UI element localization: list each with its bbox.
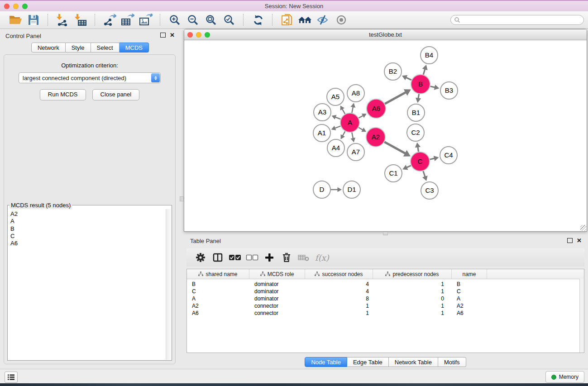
table-row[interactable]: Bdominator41B <box>187 281 584 288</box>
column-header-MCDS-role[interactable]: MCDS role <box>249 269 305 279</box>
table-row[interactable]: Cdominator41C <box>187 288 584 295</box>
tab-network[interactable]: Network <box>31 43 66 52</box>
edge-C-C3[interactable] <box>423 171 425 177</box>
edge-A-A8[interactable] <box>352 107 353 113</box>
close-table-panel-icon[interactable]: ✕ <box>577 238 582 243</box>
table-row[interactable]: A6connector11A6 <box>187 310 584 317</box>
optimization-criterion-select[interactable]: largest connected component (directed) <box>19 72 161 83</box>
delete-column-icon[interactable] <box>280 250 293 265</box>
result-scrollbar[interactable] <box>166 209 171 360</box>
result-list-item[interactable]: C <box>10 233 166 240</box>
edge-A-A2[interactable] <box>359 128 363 130</box>
export-network-icon[interactable] <box>102 13 117 27</box>
graph-node-C1[interactable]: C1 <box>385 165 402 182</box>
edge-A-A5[interactable] <box>342 109 345 114</box>
float-panel-icon[interactable] <box>160 33 166 38</box>
task-history-button[interactable] <box>5 372 18 383</box>
graph-node-B4[interactable]: B4 <box>421 47 438 64</box>
edge-B-B4[interactable] <box>423 69 425 74</box>
close-panel-icon[interactable]: ✕ <box>170 33 175 38</box>
tab-motifs[interactable]: Motifs <box>438 357 466 367</box>
export-table-icon[interactable] <box>120 13 135 27</box>
graph-node-A5[interactable]: A5 <box>327 88 344 105</box>
graph-node-C[interactable]: C <box>411 152 430 171</box>
split-columns-icon[interactable] <box>211 250 225 265</box>
home-icon[interactable] <box>297 13 313 27</box>
graph-node-C4[interactable]: C4 <box>440 147 457 164</box>
canvas-vscroll-thumb[interactable] <box>180 196 184 201</box>
edge-B-B3[interactable] <box>430 86 435 87</box>
column-header-shared-name[interactable]: shared name <box>187 269 249 279</box>
export-image-icon[interactable] <box>138 13 153 27</box>
column-header-predecessor-nodes[interactable]: predecessor nodes <box>373 269 452 279</box>
import-network-icon[interactable] <box>55 13 70 27</box>
zoom-out-icon[interactable] <box>185 13 201 27</box>
graph-node-B[interactable]: B <box>411 75 430 94</box>
edge-A-A1[interactable] <box>335 126 341 129</box>
memory-button[interactable]: Memory <box>545 371 584 383</box>
edge-A-A7[interactable] <box>352 133 353 139</box>
run-mcds-button[interactable]: Run MCDS <box>40 89 86 100</box>
result-list-item[interactable]: A <box>10 218 166 225</box>
tab-select[interactable]: Select <box>91 43 120 52</box>
network-canvas[interactable]: B4B2BB3A5A8A6A3AB1A1A2C2A4A7C4CC1C3DD1 <box>184 40 587 231</box>
search-input[interactable] <box>450 15 584 25</box>
graph-node-B2[interactable]: B2 <box>384 63 402 80</box>
graph-node-A6[interactable]: A6 <box>367 99 386 118</box>
table-row[interactable]: A2connector11A2 <box>187 302 584 310</box>
edge-B-B2[interactable] <box>406 77 411 80</box>
add-column-icon[interactable] <box>263 250 276 265</box>
new-network-from-file-icon[interactable] <box>279 13 295 27</box>
graph-node-A7[interactable]: A7 <box>347 143 364 161</box>
function-builder-icon[interactable]: f(x) <box>315 253 329 262</box>
save-icon[interactable] <box>26 13 41 27</box>
graph-node-A2[interactable]: A2 <box>366 128 385 147</box>
tab-mcds[interactable]: MCDS <box>120 43 149 52</box>
graph-node-A8[interactable]: A8 <box>347 85 364 102</box>
graph-node-C3[interactable]: C3 <box>421 182 438 199</box>
resize-grip[interactable] <box>580 225 586 231</box>
graph-node-B1[interactable]: B1 <box>407 104 425 121</box>
edge-A6-B[interactable] <box>385 92 406 104</box>
table-row[interactable]: Adominator80A <box>187 295 584 302</box>
graph-node-C2[interactable]: C2 <box>407 124 424 141</box>
zoom-selected-icon[interactable] <box>221 13 237 27</box>
graph-node-A1[interactable]: A1 <box>313 124 330 142</box>
zoom-fit-icon[interactable] <box>203 13 219 27</box>
graph-node-A4[interactable]: A4 <box>327 139 344 157</box>
refresh-icon[interactable] <box>250 13 266 27</box>
deselect-all-checkboxes-icon[interactable] <box>245 250 259 265</box>
column-header-successor-nodes[interactable]: successor nodes <box>305 269 373 279</box>
edge-B-B1[interactable] <box>418 94 419 99</box>
tab-style[interactable]: Style <box>66 43 91 52</box>
select-all-checkboxes-icon[interactable] <box>228 250 242 265</box>
graph-node-D1[interactable]: D1 <box>343 181 360 198</box>
result-list-item[interactable]: A2 <box>10 210 166 218</box>
result-list-item[interactable]: A6 <box>10 240 166 247</box>
hide-selected-icon[interactable] <box>316 13 331 27</box>
open-icon[interactable] <box>8 13 23 27</box>
delete-table-icon[interactable] <box>297 250 311 265</box>
edge-A-A6[interactable] <box>359 115 363 118</box>
graph-node-A[interactable]: A <box>340 113 359 132</box>
zoom-in-icon[interactable] <box>167 13 182 27</box>
float-table-panel-icon[interactable] <box>567 238 573 243</box>
import-table-icon[interactable] <box>73 13 88 27</box>
column-header-name[interactable]: name <box>452 269 487 279</box>
tab-node-table[interactable]: Node Table <box>305 357 347 367</box>
network-window-titlebar[interactable]: testGlobe.txt <box>184 29 587 40</box>
edge-A-A4[interactable] <box>343 131 345 136</box>
tab-edge-table[interactable]: Edge Table <box>347 357 389 367</box>
edge-A2-C[interactable] <box>384 142 405 154</box>
close-panel-button[interactable]: Close panel <box>92 89 140 100</box>
table-scrollbar[interactable] <box>579 279 584 353</box>
tab-network-table[interactable]: Network Table <box>389 357 438 367</box>
graph-node-B3[interactable]: B3 <box>440 82 458 99</box>
show-all-icon[interactable] <box>334 13 349 27</box>
graph-node-A3[interactable]: A3 <box>314 104 331 121</box>
edge-C-C1[interactable] <box>406 166 411 167</box>
gear-icon[interactable] <box>194 250 207 265</box>
result-list-item[interactable]: B <box>10 225 166 233</box>
edge-A-A3[interactable] <box>335 117 341 119</box>
edge-C-C4[interactable] <box>430 158 435 159</box>
